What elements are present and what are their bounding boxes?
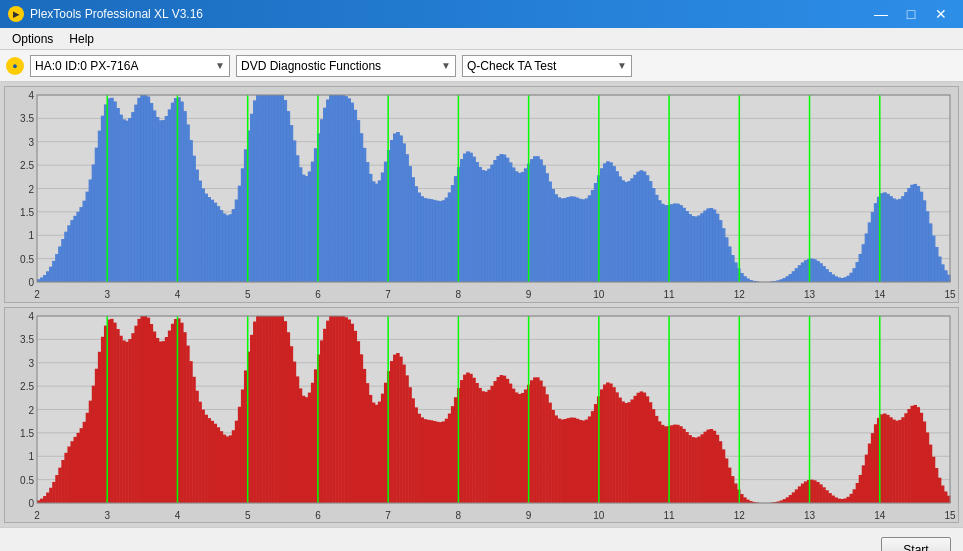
test-dropdown-arrow: ▼ bbox=[613, 60, 627, 71]
function-dropdown-arrow: ▼ bbox=[437, 60, 451, 71]
start-button[interactable]: Start bbox=[881, 537, 951, 552]
title-bar-left: ▶ PlexTools Professional XL V3.16 bbox=[8, 6, 203, 22]
function-label: DVD Diagnostic Functions bbox=[241, 59, 437, 73]
device-label: HA:0 ID:0 PX-716A bbox=[35, 59, 211, 73]
main-content bbox=[0, 82, 963, 527]
charts-wrapper bbox=[4, 86, 959, 523]
maximize-button[interactable]: □ bbox=[897, 4, 925, 24]
bottom-chart-canvas bbox=[5, 308, 958, 523]
function-dropdown[interactable]: DVD Diagnostic Functions ▼ bbox=[236, 55, 456, 77]
toolbar: ● HA:0 ID:0 PX-716A ▼ DVD Diagnostic Fun… bbox=[0, 50, 963, 82]
bottom-panel: Jitter: 5 Peak Shift: 4 TA Quality Indic… bbox=[0, 527, 963, 551]
title-bar-title: PlexTools Professional XL V3.16 bbox=[30, 7, 203, 21]
test-dropdown[interactable]: Q-Check TA Test ▼ bbox=[462, 55, 632, 77]
menu-options[interactable]: Options bbox=[4, 30, 61, 48]
top-chart-canvas bbox=[5, 87, 958, 302]
title-bar-controls: — □ ✕ bbox=[867, 4, 955, 24]
bottom-chart bbox=[4, 307, 959, 524]
device-icon: ● bbox=[6, 57, 24, 75]
menu-bar: Options Help bbox=[0, 28, 963, 50]
close-button[interactable]: ✕ bbox=[927, 4, 955, 24]
device-dropdown[interactable]: HA:0 ID:0 PX-716A ▼ bbox=[30, 55, 230, 77]
test-label: Q-Check TA Test bbox=[467, 59, 613, 73]
device-dropdown-arrow: ▼ bbox=[211, 60, 225, 71]
title-bar: ▶ PlexTools Professional XL V3.16 — □ ✕ bbox=[0, 0, 963, 28]
app-icon: ▶ bbox=[8, 6, 24, 22]
top-chart bbox=[4, 86, 959, 303]
start-section: Start i bbox=[881, 537, 951, 552]
toolbar-device: ● bbox=[6, 57, 24, 75]
menu-help[interactable]: Help bbox=[61, 30, 102, 48]
minimize-button[interactable]: — bbox=[867, 4, 895, 24]
